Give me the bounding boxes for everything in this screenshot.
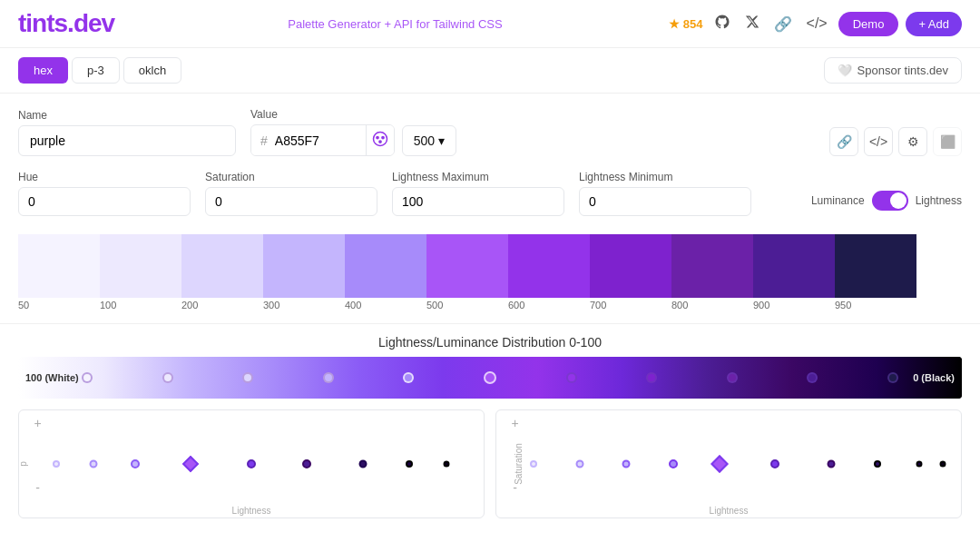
svg-point-0 [373, 133, 387, 146]
scatter-dot [406, 460, 413, 468]
tab-oklch[interactable]: oklch [123, 57, 181, 84]
scatter-dot [302, 459, 311, 468]
swatch-color [100, 234, 181, 298]
swatch-label: 400 [345, 298, 361, 312]
name-label: Name [18, 109, 236, 122]
scatter-right-y-label: Saturation [514, 443, 524, 485]
scatter-dot [131, 459, 140, 468]
swatch-item[interactable]: 400 [345, 234, 426, 312]
sponsor-label: Sponsor tints.dev [858, 64, 948, 77]
svg-point-2 [382, 136, 384, 138]
swatch-item[interactable]: 950 [835, 234, 916, 312]
name-input[interactable] [18, 125, 236, 156]
bar-dot [162, 372, 173, 383]
lightness-max-input[interactable] [392, 187, 564, 216]
saturation-label: Saturation [205, 171, 377, 183]
scatter-left-x-label: Lightness [232, 506, 271, 516]
gradient-bar: 100 (White) 0 (Black) [18, 357, 962, 399]
bar-dot [887, 372, 898, 383]
scatter-diamond [182, 456, 199, 472]
swatch-color [590, 234, 671, 298]
bar-dot [82, 372, 93, 383]
hue-input[interactable] [18, 187, 191, 216]
swatch-label: 200 [181, 298, 198, 312]
swatch-label: 300 [263, 298, 279, 312]
bar-dot [727, 372, 738, 383]
scatter-dot [247, 459, 256, 468]
chart-title: Lightness/Luminance Distribution 0-100 [18, 335, 962, 350]
scatter-dot [669, 459, 678, 468]
bar-dot [484, 371, 496, 384]
swatch-color [18, 234, 100, 298]
bar-dot [242, 372, 253, 383]
code-icon[interactable]: </> [803, 12, 831, 35]
code-tool-btn[interactable]: </> [864, 127, 893, 156]
swatch-label: 100 [100, 298, 116, 312]
link-tool-btn[interactable]: 🔗 [829, 127, 858, 156]
luminance-toggle-group: Luminance Lightness [811, 185, 962, 216]
swatch-label: 950 [835, 298, 851, 312]
swatch-label: 800 [671, 298, 688, 312]
settings-tool-btn[interactable]: ⚙ [898, 127, 927, 156]
scatter-dot [53, 460, 60, 468]
form-area: Name Value # 500 ▾ 🔗 </> ⚙ ⬛ [0, 94, 980, 163]
scatter-dot [89, 460, 97, 468]
scatter-right-x-label: Lightness [710, 506, 749, 516]
swatch-item[interactable]: 600 [508, 234, 590, 312]
header: tints.dev Palette Generator + API for Ta… [0, 0, 980, 48]
swatch-item[interactable]: 100 [100, 234, 181, 312]
twitter-icon[interactable] [741, 11, 763, 36]
scatter-row: p Lightness + - Saturation Lightness + - [0, 406, 980, 526]
swatch-item[interactable]: 300 [263, 234, 345, 312]
swatch-item[interactable]: 200 [181, 234, 263, 312]
swatch-label: 700 [590, 298, 606, 312]
tabs-row: hex p-3 oklch 🤍 Sponsor tints.dev [0, 48, 980, 94]
saturation-input[interactable] [205, 187, 377, 216]
github-icon[interactable] [710, 10, 734, 37]
swatch-item[interactable]: 800 [671, 234, 753, 312]
tab-hex[interactable]: hex [18, 57, 68, 84]
name-field-group: Name [18, 109, 236, 156]
demo-button[interactable]: Demo [838, 12, 899, 36]
bar-dot [646, 372, 657, 383]
swatch-item[interactable]: 700 [590, 234, 671, 312]
lightness-min-label: Lightness Minimum [579, 171, 751, 183]
swatch-label: 50 [18, 298, 29, 312]
step-select[interactable]: 500 ▾ [402, 125, 456, 156]
luminance-toggle[interactable] [872, 191, 908, 211]
scatter-right-minus-icon: - [513, 480, 517, 495]
swatch-item[interactable]: 500 [426, 234, 508, 312]
bar-label-right: 0 (Black) [913, 372, 955, 383]
swatch-item[interactable]: 50 [18, 234, 100, 312]
swatch-color [671, 234, 753, 298]
sponsor-button[interactable]: 🤍 Sponsor tints.dev [824, 57, 962, 84]
swatch-color [753, 234, 835, 298]
bar-label-left: 100 (White) [25, 372, 79, 383]
hex-input[interactable] [275, 126, 366, 155]
scatter-minus-icon: - [35, 480, 40, 495]
lightness-min-input[interactable] [579, 187, 751, 216]
swatch-color [345, 234, 426, 298]
lightness-toggle-label: Lightness [916, 194, 962, 207]
swatch-item[interactable]: 900 [753, 234, 835, 312]
logo: tints.dev [18, 9, 114, 38]
scatter-dot [622, 460, 631, 468]
swatch-label: 600 [508, 298, 524, 312]
scatter-chart-right: Saturation Lightness + - [495, 409, 962, 518]
scatter-chart-left: p Lightness + - [18, 409, 485, 518]
value-field-group: Value # 500 ▾ [250, 108, 456, 156]
heart-icon: 🤍 [838, 64, 852, 77]
disabled-tool-btn: ⬛ [933, 127, 962, 156]
scatter-plus-icon: + [34, 416, 41, 430]
add-button[interactable]: + Add [906, 12, 962, 36]
hash-symbol: # [251, 126, 275, 155]
tab-p3[interactable]: p-3 [72, 57, 120, 84]
bar-dot [566, 372, 577, 383]
swatch-label: 900 [753, 298, 769, 312]
link-icon[interactable]: 🔗 [770, 12, 796, 36]
luminance-label: Luminance [811, 194, 865, 207]
lightness-min-group: Lightness Minimum [579, 171, 751, 216]
swatch-color [181, 234, 263, 298]
palette-icon[interactable] [366, 125, 394, 155]
svg-point-1 [377, 136, 378, 138]
